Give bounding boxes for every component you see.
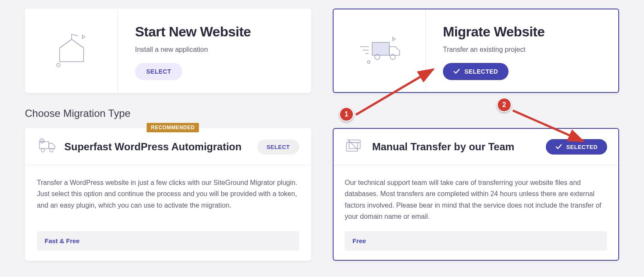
svg-marker-2 bbox=[82, 35, 85, 39]
svg-point-10 bbox=[367, 61, 370, 63]
migration-card-automigration[interactable]: RECOMMENDED W Superfast WordPress Automi… bbox=[25, 128, 311, 261]
migration-type-grid: RECOMMENDED W Superfast WordPress Automi… bbox=[0, 128, 644, 261]
wand-windows-icon bbox=[345, 138, 364, 155]
option-subtitle-start-new: Install a new application bbox=[135, 46, 298, 54]
migration-head-manual: Manual Transfer by our Team SELECTED bbox=[334, 129, 618, 165]
moving-truck-icon bbox=[334, 9, 426, 92]
svg-marker-0 bbox=[60, 39, 84, 62]
check-icon bbox=[453, 68, 460, 75]
select-start-new-label: SELECT bbox=[146, 68, 171, 75]
wordpress-truck-icon: W bbox=[37, 138, 57, 155]
selected-manual-label: SELECTED bbox=[566, 144, 598, 150]
section-heading-migration-type: Choose Migration Type bbox=[25, 107, 644, 119]
svg-point-12 bbox=[41, 149, 45, 152]
option-card-start-new[interactable]: Start New Website Install a new applicat… bbox=[25, 9, 311, 93]
selected-manual-button[interactable]: SELECTED bbox=[546, 139, 607, 155]
selected-migrate-label: SELECTED bbox=[464, 68, 498, 75]
select-automigration-button[interactable]: SELECT bbox=[257, 140, 299, 155]
option-title-start-new: Start New Website bbox=[135, 24, 298, 40]
svg-rect-17 bbox=[349, 140, 360, 149]
box-house-icon bbox=[26, 9, 118, 92]
option-body-start-new: Start New Website Install a new applicat… bbox=[118, 9, 310, 92]
svg-text:W: W bbox=[41, 140, 44, 143]
check-icon bbox=[555, 143, 562, 150]
selected-migrate-button[interactable]: SELECTED bbox=[443, 63, 509, 80]
migration-title-manual: Manual Transfer by our Team bbox=[372, 141, 538, 153]
option-card-migrate[interactable]: Migrate Website Transfer an existing pro… bbox=[333, 9, 619, 93]
svg-point-1 bbox=[57, 63, 60, 67]
migration-title-automigration: Superfast WordPress Automigration bbox=[64, 141, 250, 153]
svg-marker-9 bbox=[393, 37, 395, 41]
migration-desc-manual: Our technical support team will take car… bbox=[334, 165, 618, 231]
select-automigration-label: SELECT bbox=[267, 144, 290, 150]
option-subtitle-migrate: Transfer an existing project bbox=[443, 46, 605, 54]
migration-head-automigration: W Superfast WordPress Automigration SELE… bbox=[26, 129, 310, 165]
select-start-new-button[interactable]: SELECT bbox=[135, 63, 182, 80]
svg-rect-3 bbox=[372, 42, 389, 55]
option-title-migrate: Migrate Website bbox=[443, 24, 605, 40]
migration-price-manual: Free bbox=[345, 231, 607, 250]
option-body-migrate: Migrate Website Transfer an existing pro… bbox=[426, 9, 618, 92]
top-options-grid: Start New Website Install a new applicat… bbox=[0, 0, 644, 93]
migration-card-manual[interactable]: Manual Transfer by our Team SELECTED Our… bbox=[333, 128, 619, 261]
recommended-badge: RECOMMENDED bbox=[147, 123, 199, 132]
svg-point-13 bbox=[50, 149, 53, 152]
migration-desc-automigration: Transfer a WordPress website in just a f… bbox=[26, 165, 310, 231]
migration-price-automigration: Fast & Free bbox=[37, 231, 299, 250]
